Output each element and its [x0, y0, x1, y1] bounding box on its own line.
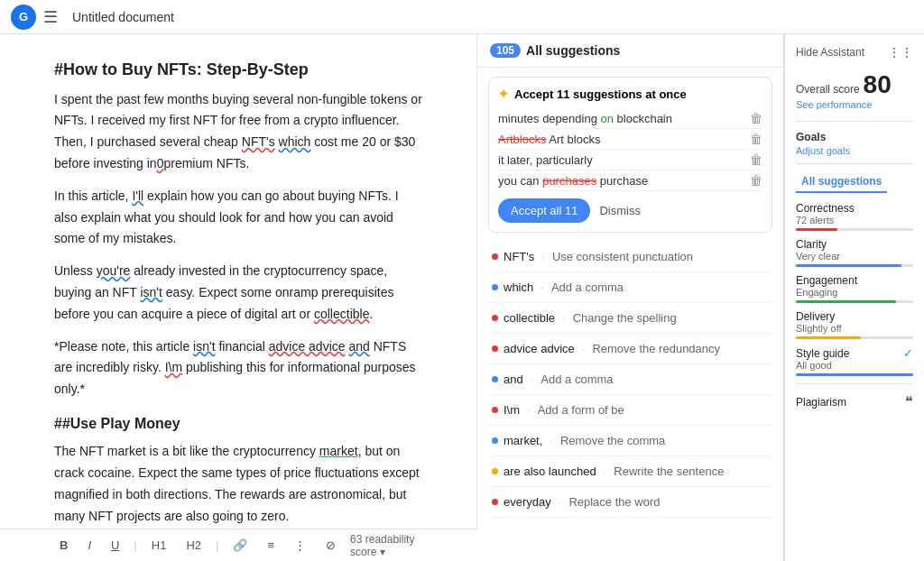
divider-2: | [216, 538, 218, 552]
delete-icon-4[interactable]: 🗑 [750, 173, 762, 188]
divider2 [796, 163, 913, 164]
heading2: ##Use Play Money [54, 411, 422, 436]
accept-all-button[interactable]: Accept all 11 [498, 198, 590, 223]
suggestions-count: 105 [490, 43, 521, 58]
delete-icon-3[interactable]: 🗑 [750, 152, 762, 167]
suggestion-item-launched[interactable]: are also launched · Rewrite the sentence [488, 456, 772, 487]
clear-format-button[interactable]: ⊘ [320, 537, 341, 554]
paragraph-4: *Please note, this article isn't financi… [54, 336, 422, 400]
divider-1: | [134, 538, 136, 552]
document-title[interactable]: Untitled document [72, 10, 174, 24]
suggestion-desc: Rewrite the sentence [614, 464, 724, 478]
adjust-goals-link[interactable]: Adjust goals [796, 145, 913, 156]
suggestion-desc: Add a comma [541, 372, 613, 386]
suggestion-item-collectible[interactable]: collectible · Change the spelling [488, 303, 772, 334]
tab-all-suggestions[interactable]: All suggestions [796, 171, 887, 193]
delete-icon-2[interactable]: 🗑 [750, 132, 762, 146]
topbar: G ☰ Untitled document [0, 0, 924, 34]
suggestion-desc: Add a form of be [538, 403, 624, 417]
suggestions-title: All suggestions [526, 43, 620, 58]
suggestion-desc: Use consistent punctuation [552, 250, 693, 263]
separator: · [562, 311, 566, 325]
suggestion-word: are also launched [504, 464, 596, 478]
h1-button[interactable]: H1 [146, 537, 172, 554]
suggestion-item-nfts[interactable]: NFT's · Use consistent punctuation [488, 242, 772, 272]
suggestion-item-which[interactable]: which · Add a comma [488, 272, 772, 303]
app-logo: G [11, 5, 36, 30]
h2-button[interactable]: H2 [180, 537, 207, 554]
dot-icon [492, 284, 498, 290]
suggestion-word: which [504, 280, 533, 294]
accept-actions: Accept all 11 Dismiss [498, 191, 762, 223]
paragraph-3: Unless you're already invested in the cr… [54, 261, 422, 325]
editor-content: #How to Buy NFTs: Step-By-Step I spent t… [54, 56, 422, 529]
tab-row: All suggestions [796, 171, 913, 193]
metric-correctness: Correctness 72 alerts [796, 202, 913, 231]
underline-button[interactable]: U [106, 537, 125, 554]
accept-banner-title: ✦ Accept 11 suggestions at once [498, 87, 762, 101]
dot-icon [492, 437, 498, 444]
accept-item-3: it later, particularly 🗑 [498, 150, 762, 170]
plagiarism-icon[interactable]: ❝ [905, 393, 913, 410]
see-performance-link[interactable]: See performance [796, 99, 913, 110]
dot-icon [492, 468, 498, 474]
hide-assistant-button[interactable]: Hide Assistant [796, 46, 864, 59]
right-panel-header: Hide Assistant ⋮⋮ [796, 45, 913, 60]
suggestion-word: collectible [504, 311, 555, 325]
suggestion-item-market[interactable]: market, · Remove the comma [488, 426, 772, 456]
separator: · [582, 342, 586, 355]
heading1: #How to Buy NFTs: Step-By-Step [54, 56, 422, 84]
suggestion-item-and[interactable]: and · Add a comma [488, 364, 772, 395]
metric-style-guide: Style guide ✓ All good [796, 346, 913, 376]
separator: · [527, 403, 531, 417]
suggestions-header: 105 All suggestions [477, 34, 783, 68]
suggestion-item-advice[interactable]: advice advice · Remove the redundancy [488, 334, 772, 364]
suggestion-word: advice advice [504, 342, 575, 355]
bold-button[interactable]: B [54, 537, 73, 554]
dot-icon [492, 345, 498, 352]
editor-area[interactable]: #How to Buy NFTs: Step-By-Step I spent t… [0, 34, 477, 529]
separator: · [541, 250, 545, 263]
dot-icon [492, 315, 498, 321]
suggestion-word: market, [504, 434, 542, 447]
check-icon: ✓ [903, 346, 913, 360]
link-button[interactable]: 🔗 [227, 537, 253, 554]
paragraph-1: I spent the past few months buying sever… [54, 89, 422, 175]
suggestion-item-everyday[interactable]: everyday · Replace the word [488, 487, 772, 518]
bullet-list-button[interactable]: ⋮ [289, 537, 311, 554]
sparkle-icon: ✦ [498, 87, 509, 101]
italic-button[interactable]: I [82, 537, 97, 554]
suggestion-word: and [504, 372, 523, 386]
dismiss-button[interactable]: Dismiss [599, 204, 641, 217]
readability-score[interactable]: 63 readability score ▾ [350, 533, 423, 558]
accept-item-1: minutes depending on blockchain 🗑 [498, 108, 762, 129]
score-label: Overall score [796, 83, 860, 96]
paragraph-5: The NFT market is a bit like the cryptoc… [54, 441, 422, 527]
plagiarism-section: Plagiarism ❝ [796, 393, 913, 410]
goals-label: Goals [796, 131, 913, 143]
separator: · [604, 464, 607, 478]
separator: · [531, 372, 534, 386]
separator: · [550, 434, 553, 447]
suggestion-item-im[interactable]: I\m · Add a form of be [488, 395, 772, 426]
suggestion-desc: Remove the comma [560, 434, 665, 447]
right-panel: Hide Assistant ⋮⋮ Overall score 80 See p… [784, 34, 924, 561]
plagiarism-label[interactable]: Plagiarism [796, 396, 846, 409]
panel-options-icon[interactable]: ⋮⋮ [888, 45, 913, 60]
metric-engagement: Engagement Engaging [796, 274, 913, 303]
suggestion-list: NFT's · Use consistent punctuation which… [477, 242, 783, 561]
accept-banner: ✦ Accept 11 suggestions at once minutes … [488, 77, 772, 233]
metric-delivery: Delivery Slightly off [796, 310, 913, 339]
numbered-list-button[interactable]: ≡ [262, 537, 280, 554]
suggestions-panel: 105 All suggestions ✦ Accept 11 suggesti… [477, 34, 784, 561]
delete-icon-1[interactable]: 🗑 [750, 111, 762, 125]
paragraph-2: In this article, I'll explain how you ca… [54, 186, 422, 250]
menu-icon[interactable]: ☰ [43, 7, 58, 27]
score-value: 80 [864, 70, 892, 98]
suggestion-desc: Remove the redundancy [592, 342, 720, 355]
suggestion-word: everyday [504, 495, 551, 509]
dot-icon [492, 407, 498, 413]
dot-icon [492, 253, 498, 260]
metric-clarity: Clarity Very clear [796, 238, 913, 267]
score-section: Overall score 80 See performance [796, 70, 913, 110]
